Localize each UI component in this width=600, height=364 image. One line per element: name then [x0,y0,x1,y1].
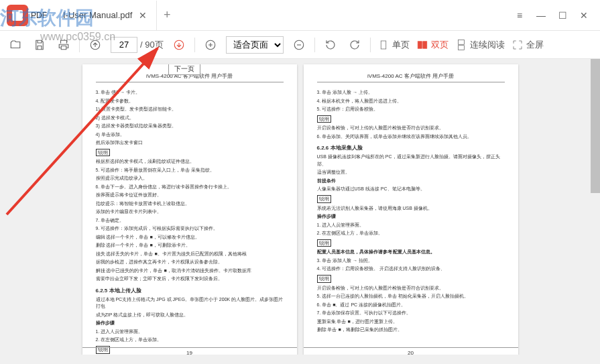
continuous-button[interactable]: 连续阅读 [455,39,505,51]
double-page-button[interactable]: 双页 [416,39,448,51]
pdf-page-left: 下一页 iVMS-4200 AC 客户端软件 用户手册 3. 单击 信3 → 卡… [82,64,297,363]
zoom-select[interactable]: 适合页面 [226,36,284,54]
tab-close-icon[interactable]: ✕ [139,10,147,21]
zoom-out-button[interactable] [290,36,308,54]
divider [314,38,315,52]
page-header: iVMS-4200 AC 客户端软件 用户手册 [317,72,505,82]
divider [370,38,371,52]
page-indicator: / 90页 [111,37,164,53]
maximize-button[interactable]: ☐ [553,6,572,25]
tab-title: I-User Manual.pdf [63,10,132,20]
app-logo: PDF [0,1,54,30]
horizontal-scrollbar[interactable] [0,355,591,364]
page-body: 3. 单击 信3 → 卡片。4. 配置发卡参数。 1) 设置卡类型。发卡类型选择… [96,89,284,363]
save-button[interactable] [31,36,48,54]
fullscreen-label: 全屏 [526,39,544,51]
double-page-label: 双页 [431,39,448,51]
window-controls: ≡ — ☐ ✕ [510,6,600,25]
rotate-left-button[interactable] [322,36,339,54]
divider [79,38,80,52]
pdf-page-right: iVMS-4200 AC 客户端软件 用户手册 3. 单击 添加人脸 → 上传。… [304,64,518,363]
document-tab[interactable]: I-User Manual.pdf ✕ [54,1,157,30]
single-page-label: 单页 [392,39,410,51]
rotate-right-button[interactable] [346,36,363,54]
zoom-in-button[interactable] [202,36,219,54]
svg-rect-7 [458,40,464,44]
print-button[interactable] [55,36,72,54]
app-logo-text: PDF [31,11,47,20]
svg-rect-6 [422,41,426,48]
next-page-overlay-button[interactable]: 下一页 [168,64,200,75]
page-number-input[interactable] [111,37,137,53]
vertical-scrollbar[interactable] [591,59,600,355]
app-logo-icon [7,5,28,26]
single-page-button[interactable]: 单页 [377,39,410,51]
toolbar: / 90页 适合页面 单页 双页 连续阅读 全屏 [0,31,600,59]
svg-rect-8 [458,45,464,50]
svg-rect-4 [381,41,386,49]
document-viewport: 下一页 iVMS-4200 AC 客户端软件 用户手册 3. 单击 信3 → 卡… [0,59,600,364]
page-body: 3. 单击 添加人脸 → 上传。4. 根据本机文件，将人脸图片选进上传。5. 可… [317,89,505,334]
minimize-button[interactable]: — [532,6,550,25]
prev-page-button[interactable] [86,36,104,54]
next-page-button[interactable] [170,36,188,54]
close-button[interactable]: ✕ [575,6,593,25]
menu-button[interactable]: ≡ [510,6,529,25]
scrollbar-thumb[interactable] [591,59,600,193]
continuous-label: 连续阅读 [470,39,505,51]
page-total-label: / 90页 [140,39,164,51]
open-file-button[interactable] [7,36,24,54]
divider [194,38,195,52]
svg-rect-5 [418,41,422,48]
add-tab-button[interactable]: + [157,8,177,22]
fullscreen-button[interactable]: 全屏 [512,39,544,51]
titlebar: PDF I-User Manual.pdf ✕ + ≡ — ☐ ✕ [0,0,600,31]
